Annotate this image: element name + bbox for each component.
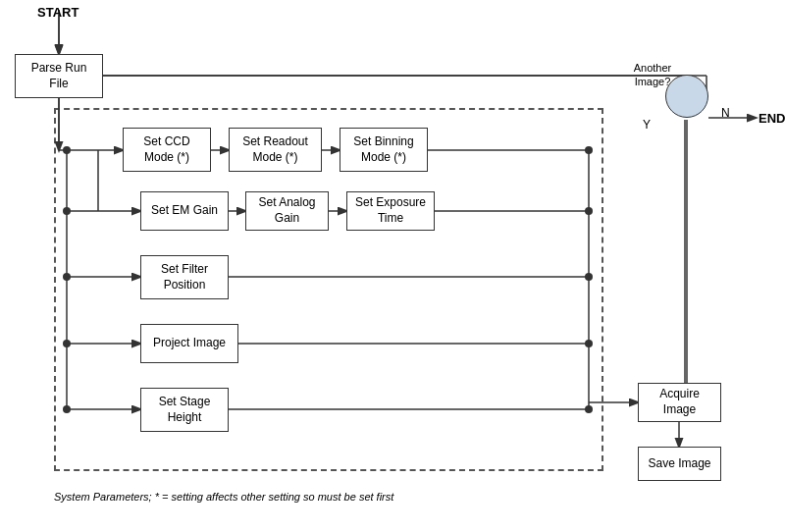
acquire-image-box: AcquireImage (638, 383, 721, 422)
set-analog-gain-box: Set AnalogGain (245, 191, 329, 231)
another-image-label: AnotherImage? (623, 61, 682, 89)
set-ccd-mode-box: Set CCDMode (*) (123, 128, 211, 172)
set-filter-position-box: Set FilterPosition (140, 255, 229, 299)
diagram: START END Parse RunFile Set CCDMode (*) … (0, 0, 785, 532)
y-label: Y (643, 118, 651, 132)
end-label: END (759, 111, 785, 126)
set-readout-mode-box: Set ReadoutMode (*) (229, 128, 322, 172)
footnote: System Parameters; * = setting affects o… (54, 491, 643, 503)
set-stage-height-box: Set StageHeight (140, 388, 229, 432)
start-label: START (37, 5, 78, 20)
set-exposure-time-box: Set ExposureTime (346, 191, 435, 231)
parse-run-file-box: Parse RunFile (15, 54, 103, 98)
set-binning-mode-box: Set BinningMode (*) (340, 128, 428, 172)
save-image-box: Save Image (638, 447, 721, 481)
set-em-gain-box: Set EM Gain (140, 191, 229, 231)
project-image-box: Project Image (140, 324, 238, 363)
n-label: N (721, 106, 730, 120)
